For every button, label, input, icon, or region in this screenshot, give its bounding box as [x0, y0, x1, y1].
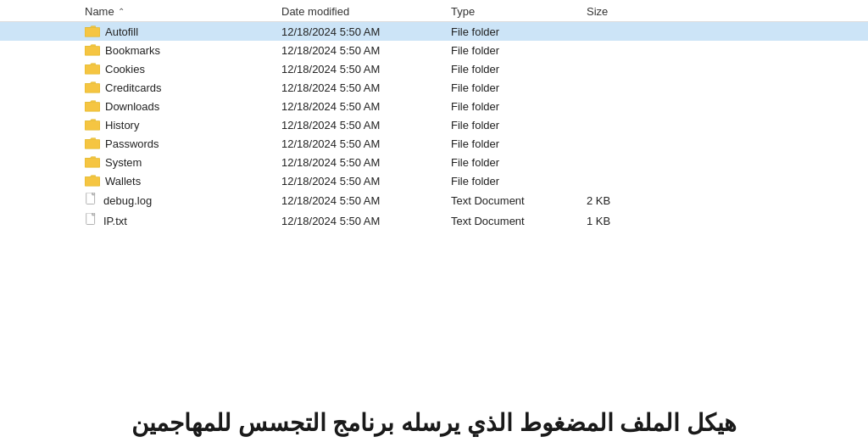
file-name-label: Cookies — [105, 63, 145, 76]
col-name[interactable]: Name ⌃ — [0, 5, 271, 18]
file-name-label: Autofill — [105, 25, 138, 38]
file-name-cell: Downloads — [0, 99, 271, 113]
file-date-cell: 12/18/2024 5:50 AM — [271, 81, 441, 94]
folder-icon — [85, 99, 100, 113]
file-date-cell: 12/18/2024 5:50 AM — [271, 137, 441, 150]
folder-icon — [85, 137, 100, 150]
file-size-cell: 2 KB — [576, 194, 661, 207]
table-row[interactable]: debug.log12/18/2024 5:50 AMText Document… — [0, 190, 868, 210]
folder-icon — [85, 174, 100, 188]
file-name-label: IP.txt — [103, 215, 127, 227]
file-date-cell: 12/18/2024 5:50 AM — [271, 119, 441, 132]
file-name-cell: Autofill — [0, 25, 271, 38]
file-name-label: Bookmarks — [105, 44, 160, 57]
table-row[interactable]: Cookies12/18/2024 5:50 AMFile folder — [0, 59, 868, 78]
svg-rect-1 — [85, 47, 100, 56]
svg-rect-6 — [85, 140, 100, 149]
file-name-cell: IP.txt — [0, 213, 271, 228]
svg-rect-4 — [85, 103, 100, 112]
table-header: Name ⌃ Date modified Type Size — [0, 0, 868, 22]
table-rows: Autofill12/18/2024 5:50 AMFile folderBoo… — [0, 22, 868, 231]
folder-icon — [85, 155, 100, 169]
file-type-cell: File folder — [441, 137, 576, 150]
file-date-cell: 12/18/2024 5:50 AM — [271, 25, 441, 38]
table-row[interactable]: Passwords12/18/2024 5:50 AMFile folder — [0, 134, 868, 153]
svg-rect-3 — [85, 84, 100, 93]
file-name-label: Downloads — [105, 100, 159, 113]
col-date-modified[interactable]: Date modified — [271, 5, 441, 18]
file-name-cell: Bookmarks — [0, 43, 271, 57]
file-icon — [85, 213, 98, 228]
file-name-cell: debug.log — [0, 193, 271, 208]
folder-icon — [85, 43, 100, 57]
file-name-label: Passwords — [105, 137, 159, 150]
file-date-cell: 12/18/2024 5:50 AM — [271, 44, 441, 57]
file-type-cell: File folder — [441, 63, 576, 76]
file-type-cell: File folder — [441, 44, 576, 57]
file-name-label: Wallets — [105, 175, 141, 188]
svg-rect-8 — [85, 177, 100, 187]
svg-rect-2 — [85, 65, 100, 75]
folder-icon — [85, 81, 100, 94]
file-type-cell: File folder — [441, 100, 576, 113]
svg-rect-0 — [85, 28, 100, 37]
file-type-cell: File folder — [441, 81, 576, 94]
table-row[interactable]: Downloads12/18/2024 5:50 AMFile folder — [0, 97, 868, 115]
svg-rect-7 — [85, 159, 100, 168]
file-date-cell: 12/18/2024 5:50 AM — [271, 194, 441, 207]
table-row[interactable]: IP.txt12/18/2024 5:50 AMText Document1 K… — [0, 210, 868, 231]
file-name-cell: Creditcards — [0, 81, 271, 94]
bottom-caption: هيكل الملف المضغوط الذي يرسله برنامج الت… — [0, 389, 868, 448]
file-type-cell: Text Document — [441, 194, 576, 207]
file-table: Name ⌃ Date modified Type Size Autofill1… — [0, 0, 868, 231]
arabic-caption: هيكل الملف المضغوط الذي يرسله برنامج الت… — [25, 406, 843, 440]
file-icon — [85, 193, 98, 208]
table-row[interactable]: Wallets12/18/2024 5:50 AMFile folder — [0, 171, 868, 190]
file-name-label: Creditcards — [105, 81, 161, 94]
file-date-cell: 12/18/2024 5:50 AM — [271, 175, 441, 188]
sort-arrow-icon: ⌃ — [118, 7, 125, 16]
svg-rect-5 — [85, 121, 100, 131]
table-row[interactable]: Creditcards12/18/2024 5:50 AMFile folder — [0, 78, 868, 97]
file-size-cell: 1 KB — [576, 215, 661, 227]
file-name-label: System — [105, 156, 142, 169]
file-type-cell: File folder — [441, 175, 576, 188]
table-row[interactable]: History12/18/2024 5:50 AMFile folder — [0, 115, 868, 134]
file-type-cell: File folder — [441, 156, 576, 169]
table-row[interactable]: Bookmarks12/18/2024 5:50 AMFile folder — [0, 41, 868, 59]
file-date-cell: 12/18/2024 5:50 AM — [271, 63, 441, 76]
folder-icon — [85, 62, 100, 76]
file-explorer: Name ⌃ Date modified Type Size Autofill1… — [0, 0, 868, 389]
table-row[interactable]: System12/18/2024 5:50 AMFile folder — [0, 153, 868, 171]
folder-icon — [85, 25, 100, 38]
file-name-cell: Cookies — [0, 62, 271, 76]
file-name-label: History — [105, 119, 139, 132]
file-date-cell: 12/18/2024 5:50 AM — [271, 215, 441, 227]
table-row[interactable]: Autofill12/18/2024 5:50 AMFile folder — [0, 22, 868, 41]
file-name-cell: Wallets — [0, 174, 271, 188]
file-type-cell: File folder — [441, 25, 576, 38]
file-name-label: debug.log — [103, 194, 152, 207]
file-date-cell: 12/18/2024 5:50 AM — [271, 156, 441, 169]
file-name-cell: Passwords — [0, 137, 271, 150]
col-type[interactable]: Type — [441, 5, 576, 18]
file-type-cell: File folder — [441, 119, 576, 132]
file-name-cell: History — [0, 118, 271, 132]
folder-icon — [85, 118, 100, 132]
file-name-cell: System — [0, 155, 271, 169]
file-type-cell: Text Document — [441, 215, 576, 227]
file-date-cell: 12/18/2024 5:50 AM — [271, 100, 441, 113]
col-size[interactable]: Size — [576, 5, 661, 18]
